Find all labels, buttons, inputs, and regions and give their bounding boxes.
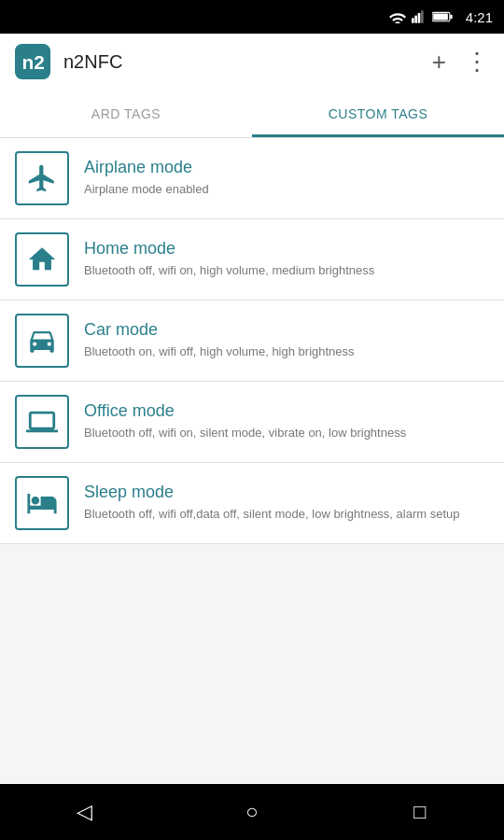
airplane-text: Airplane mode Airplane mode enabled	[84, 158, 489, 198]
list-item-office[interactable]: Office mode Bluetooth off, wifi on, sile…	[0, 382, 504, 463]
sleep-title: Sleep mode	[84, 483, 489, 502]
svg-rect-5	[450, 15, 452, 20]
tab-custom-tags[interactable]: CUSTOM TAGS	[252, 90, 504, 137]
svg-rect-2	[417, 13, 420, 23]
signal-icon	[412, 10, 427, 23]
home-button[interactable]: ○	[224, 784, 280, 840]
home-icon-box	[15, 232, 69, 287]
menu-button[interactable]: ⋮	[465, 49, 489, 74]
car-icon	[26, 325, 58, 357]
tabs-container: ARD TAGS CUSTOM TAGS	[0, 90, 504, 138]
office-title: Office mode	[84, 401, 489, 421]
home-title: Home mode	[84, 239, 489, 259]
svg-rect-6	[433, 13, 448, 20]
list-item-sleep[interactable]: Sleep mode Bluetooth off, wifi off,data …	[0, 463, 504, 544]
sleep-icon-box	[15, 476, 69, 530]
svg-rect-1	[414, 16, 417, 23]
airplane-icon	[26, 162, 58, 194]
wifi-icon	[389, 10, 406, 23]
car-desc: Bluetooth on, wifi off, high volume, hig…	[84, 343, 489, 360]
svg-rect-3	[421, 10, 424, 22]
status-bar: 4:21	[0, 0, 504, 34]
office-text: Office mode Bluetooth off, wifi on, sile…	[84, 401, 489, 441]
recent-button[interactable]: □	[392, 784, 448, 840]
sleep-text: Sleep mode Bluetooth off, wifi off,data …	[84, 483, 489, 523]
app-title: n2NFC	[63, 51, 432, 73]
bottom-nav: ◁ ○ □	[0, 784, 504, 840]
list-item-car[interactable]: Car mode Bluetooth on, wifi off, high vo…	[0, 301, 504, 382]
home-desc: Bluetooth off, wifi on, high volume, med…	[84, 262, 489, 279]
list-item-airplane[interactable]: Airplane mode Airplane mode enabled	[0, 138, 504, 219]
content-area: Airplane mode Airplane mode enabled Home…	[0, 138, 504, 784]
car-title: Car mode	[84, 320, 489, 340]
list-item-home[interactable]: Home mode Bluetooth off, wifi on, high v…	[0, 219, 504, 301]
toolbar-actions: + ⋮	[432, 49, 489, 74]
airplane-desc: Airplane mode enabled	[84, 181, 489, 198]
home-text: Home mode Bluetooth off, wifi on, high v…	[84, 239, 489, 279]
office-icon	[26, 406, 58, 438]
svg-rect-0	[412, 18, 414, 22]
office-desc: Bluetooth off, wifi on, silent mode, vib…	[84, 425, 489, 441]
office-icon-box	[15, 395, 69, 449]
home-icon	[26, 244, 58, 275]
status-time: 4:21	[466, 9, 493, 25]
airplane-title: Airplane mode	[84, 158, 489, 177]
sleep-icon	[26, 487, 58, 519]
car-icon-box	[15, 314, 69, 368]
svg-text:n2: n2	[22, 51, 45, 73]
status-icons: 4:21	[389, 9, 493, 25]
airplane-icon-box	[15, 151, 69, 205]
sleep-desc: Bluetooth off, wifi off,data off, silent…	[84, 506, 489, 523]
add-button[interactable]: +	[432, 49, 446, 74]
battery-icon	[432, 11, 453, 22]
tab-ard-tags[interactable]: ARD TAGS	[0, 90, 252, 137]
toolbar: n2 n2NFC + ⋮	[0, 34, 504, 90]
car-text: Car mode Bluetooth on, wifi off, high vo…	[84, 320, 489, 360]
back-button[interactable]: ◁	[56, 784, 112, 840]
app-logo: n2	[15, 44, 50, 79]
